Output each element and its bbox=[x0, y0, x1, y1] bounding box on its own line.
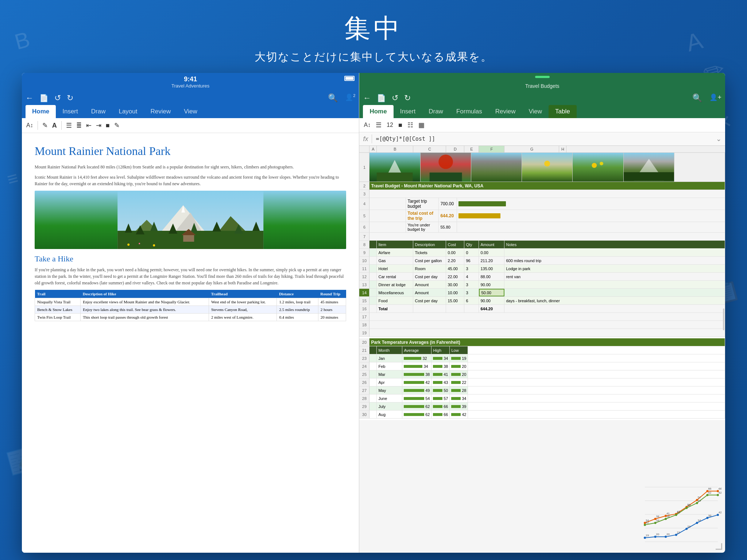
battery-icon bbox=[344, 76, 355, 81]
file-button[interactable]: 📄 bbox=[39, 94, 49, 102]
ss-item-row: 13Dinner at lodgeAmount30.00390.00 bbox=[359, 281, 725, 289]
word-tab-draw[interactable]: Draw bbox=[85, 105, 112, 118]
excel-doc-title: Travel Budgets bbox=[525, 83, 560, 89]
col-F[interactable]: F bbox=[479, 146, 504, 152]
svg-text:66: 66 bbox=[719, 487, 721, 490]
temp-chart: 3438414350576666323438424954626219202022… bbox=[638, 483, 721, 549]
hike-table-cell: West end of the lower parking lot. bbox=[209, 298, 276, 306]
hike-table-cell: Twin Firs Loop Trail bbox=[35, 314, 81, 321]
ss-row-6: 6 You're under budget by 55.80 bbox=[359, 222, 725, 233]
excel-format-btn[interactable]: ■ bbox=[398, 121, 402, 129]
excel-toolbar: ← 📄 ↺ ↻ 🔍 👤+ bbox=[359, 91, 725, 105]
word-tab-review[interactable]: Review bbox=[144, 105, 177, 118]
svg-rect-21 bbox=[377, 172, 413, 182]
highlight-btn[interactable]: ✎ bbox=[42, 121, 48, 129]
hike-table-cell: 20 minutes bbox=[318, 314, 346, 321]
font-color-btn[interactable]: A bbox=[52, 122, 57, 129]
word-ribbon-tabs: Home Insert Draw Layout Review View bbox=[22, 105, 359, 118]
excel-table-btn[interactable]: ☷ bbox=[407, 121, 413, 129]
ss-row-19: 19 bbox=[359, 329, 725, 337]
svg-point-17 bbox=[127, 244, 129, 246]
outdent-btn[interactable]: ⇤ bbox=[86, 121, 92, 129]
col-item: Item bbox=[377, 241, 413, 248]
excel-back-button[interactable]: ← bbox=[363, 93, 371, 103]
word-doc-title: Travel Adventures bbox=[171, 83, 209, 89]
redo-button[interactable]: ↻ bbox=[67, 93, 73, 103]
hike-table-cell: Enjoy two lakes along this trail. See be… bbox=[81, 306, 209, 314]
scroll-handle[interactable] bbox=[723, 308, 724, 330]
temp-data-row: 27May495028 bbox=[359, 386, 725, 394]
word-tab-view[interactable]: View bbox=[177, 105, 204, 118]
excel-font-size-btn[interactable]: A↕ bbox=[364, 122, 371, 128]
bullet-list-btn[interactable]: ☰ bbox=[66, 121, 72, 129]
hike-table-cell: Stevens Canyon Road, bbox=[209, 306, 276, 314]
excel-tab-insert[interactable]: Insert bbox=[394, 105, 422, 118]
excel-tab-review[interactable]: Review bbox=[489, 105, 522, 118]
word-panel: 9:41 Travel Adventures ← 📄 ↺ ↻ 🔍 👤2 Ho bbox=[22, 73, 359, 553]
excel-status-bar: 9:41 Travel Budgets bbox=[359, 73, 725, 91]
ss-row-5: 5 Total cost of the trip 644.20 bbox=[359, 210, 725, 222]
col-cost: Cost bbox=[446, 241, 464, 248]
align-btn[interactable]: ■ bbox=[106, 122, 110, 129]
ss-item-row: 9AirfareTickets0.0000.00 bbox=[359, 249, 725, 257]
formula-chevron[interactable]: ⌄ bbox=[716, 135, 721, 143]
excel-tab-formulas[interactable]: Formulas bbox=[450, 105, 489, 118]
search-button[interactable]: 🔍 bbox=[328, 93, 338, 103]
doc-section2-title: Take a Hike bbox=[35, 254, 346, 264]
users-button[interactable]: 👤2 bbox=[345, 93, 355, 103]
target-budget-value: 700.00 bbox=[439, 198, 457, 210]
word-format-bar: A↕ ✎ A ☰ ≣ ⇤ ⇥ ■ ✎ bbox=[22, 118, 359, 133]
back-button[interactable]: ← bbox=[26, 93, 34, 103]
temp-col-month: Month bbox=[377, 346, 402, 354]
svg-text:54: 54 bbox=[698, 499, 701, 502]
style-btn[interactable]: ✎ bbox=[114, 121, 120, 129]
word-time: 9:41 bbox=[184, 75, 197, 83]
ss-row-21: 21 Month Average High Low bbox=[359, 346, 725, 354]
ss-item-row: 10GasCost per gallon2.2096211.20600 mile… bbox=[359, 257, 725, 265]
hike-table-cell: Bench & Snow Lakes bbox=[35, 306, 81, 314]
spreadsheet-grid: A B C D E F G H 1 bbox=[359, 146, 725, 553]
word-tab-home[interactable]: Home bbox=[26, 105, 56, 118]
excel-redo-button[interactable]: ↻ bbox=[404, 93, 411, 103]
word-tab-insert[interactable]: Insert bbox=[56, 105, 85, 118]
temp-col-avg: Average bbox=[402, 346, 431, 354]
temp-data-row: 29July626639 bbox=[359, 402, 725, 411]
temp-data-row: 28June545734 bbox=[359, 394, 725, 402]
total-cost-value: 644.20 bbox=[439, 210, 457, 222]
img-cell-2 bbox=[421, 153, 471, 182]
excel-tab-draw[interactable]: Draw bbox=[422, 105, 450, 118]
excel-sort-btn[interactable]: ▦ bbox=[418, 121, 425, 129]
hike-table-row: Bench & Snow LakesEnjoy two lakes along … bbox=[35, 306, 346, 314]
formula-content[interactable]: =[@Qty]*[@[Cost ]] bbox=[376, 136, 712, 142]
indent-btn[interactable]: ⇥ bbox=[96, 121, 101, 129]
temp-data-row: 24Feb343820 bbox=[359, 362, 725, 370]
excel-tab-table[interactable]: Table bbox=[549, 105, 577, 118]
svg-point-19 bbox=[153, 244, 155, 246]
temp-section: 20 Park Temperature Averages (in Fahrenh… bbox=[359, 337, 725, 420]
svg-rect-23 bbox=[429, 172, 462, 182]
ss-row-20: 20 Park Temperature Averages (in Fahrenh… bbox=[359, 338, 725, 346]
hike-table-row: Nisqually Vista TrailEnjoy excellent vie… bbox=[35, 298, 346, 306]
svg-text:38: 38 bbox=[666, 515, 670, 518]
word-toolbar: ← 📄 ↺ ↻ 🔍 👤2 bbox=[22, 91, 359, 105]
excel-tab-home[interactable]: Home bbox=[363, 105, 393, 118]
hike-table-cell: 45 minutes bbox=[318, 298, 346, 306]
img-cell-4 bbox=[522, 153, 573, 182]
numbered-list-btn[interactable]: ≣ bbox=[76, 121, 82, 129]
undo-button[interactable]: ↺ bbox=[54, 93, 61, 103]
ss-title-cell: Travel Budget - Mount Rainier National P… bbox=[369, 182, 725, 190]
col-D: D bbox=[446, 146, 464, 152]
excel-search-button[interactable]: 🔍 bbox=[692, 93, 702, 103]
ss-row-title: 2 Travel Budget - Mount Rainier National… bbox=[359, 182, 725, 190]
word-tab-layout[interactable]: Layout bbox=[112, 105, 144, 118]
excel-undo-button[interactable]: ↺ bbox=[392, 93, 398, 103]
excel-file-button[interactable]: 📄 bbox=[377, 94, 386, 102]
excel-align-btn[interactable]: ☰ bbox=[376, 121, 382, 129]
target-budget-label: Target trip budget bbox=[406, 198, 439, 210]
excel-adduser-button[interactable]: 👤+ bbox=[709, 93, 721, 103]
excel-ribbon-tabs: Home Insert Draw Formulas Review View Ta… bbox=[359, 105, 725, 118]
ss-row-4: 4 Target trip budget 700.00 bbox=[359, 198, 725, 210]
hike-table-cell: Nisqually Vista Trail bbox=[35, 298, 81, 306]
excel-tab-view[interactable]: View bbox=[522, 105, 549, 118]
font-size-btn[interactable]: A↕ bbox=[26, 122, 33, 129]
